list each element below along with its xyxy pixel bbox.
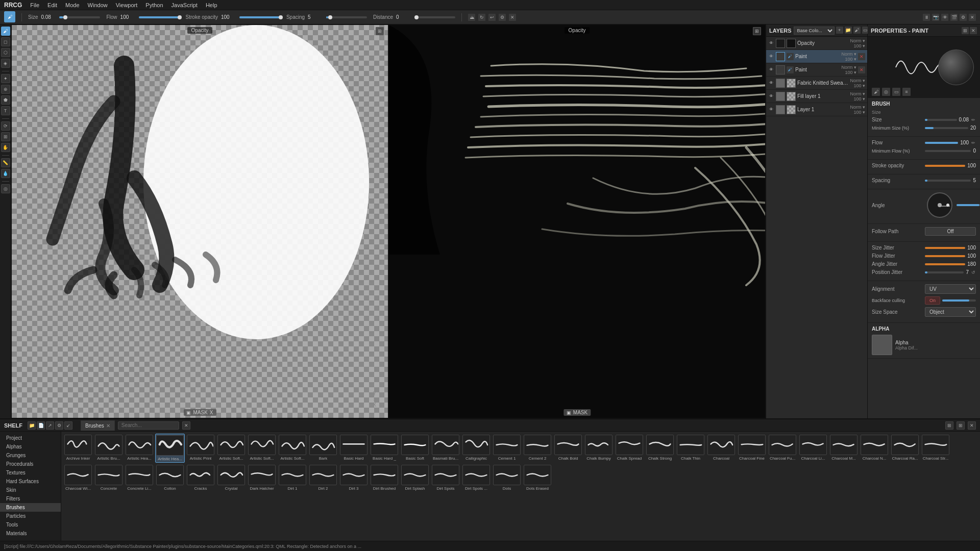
tool-select[interactable]: ◈ xyxy=(1,59,10,68)
layer-fx-paint1[interactable]: 🖌 xyxy=(787,53,794,60)
brush-item-6[interactable]: Artistic Soft... xyxy=(247,434,277,463)
tool-erase[interactable]: ◻ xyxy=(1,37,10,46)
brush-item-32[interactable]: Cotton xyxy=(155,464,185,492)
tool-text[interactable]: T xyxy=(1,106,10,115)
brush-item-24[interactable]: Charcoal Li... xyxy=(798,434,828,463)
prop-close-btn[interactable]: ✕ xyxy=(970,27,977,34)
toolbar-pause-btn[interactable]: ⏸ xyxy=(923,14,930,21)
sidebar-skin[interactable]: Skin xyxy=(0,486,61,494)
shelf-icon-filter[interactable]: ⚙ xyxy=(55,421,63,430)
brush-item-28[interactable]: Charcoal Str... xyxy=(921,434,950,463)
brush-item-3[interactable]: Artistic Hea... xyxy=(155,434,185,463)
layer-1[interactable]: 👁 Layer 1 Norm ▾ 100 ▾ xyxy=(766,103,867,116)
shelf-tab-brushes[interactable]: Brushes ✕ xyxy=(81,420,115,431)
alpha-thumbnail[interactable] xyxy=(872,335,892,355)
menu-javascript[interactable]: JavaScript xyxy=(172,2,198,8)
toolbar-close-btn[interactable]: ✕ xyxy=(969,14,976,21)
brush-item-14[interactable]: Cement 1 xyxy=(492,434,522,463)
brush-item-0[interactable]: Archive Inker xyxy=(63,434,93,463)
prop-backface-slider[interactable] xyxy=(942,299,976,302)
prop-flow-slider[interactable] xyxy=(925,142,958,144)
flow-slider-thumb[interactable] xyxy=(178,15,182,19)
brush-item-42[interactable]: Dirt Spots ... xyxy=(461,464,491,492)
prop-angle-slider[interactable] xyxy=(957,204,980,206)
spacing-slider-thumb[interactable] xyxy=(328,15,332,19)
layer-paint-1[interactable]: 👁 🖌 Paint Norm ▾ 100 ▾ ✕ xyxy=(766,50,867,63)
size-space-dropdown[interactable]: Object World xyxy=(925,307,976,317)
brush-item-13[interactable]: Calligraphic xyxy=(461,434,491,463)
brush-item-36[interactable]: Dirt 1 xyxy=(278,464,307,492)
brush-item-26[interactable]: Charcoal N... xyxy=(860,434,889,463)
shelf-icon-export[interactable]: ↗ xyxy=(46,421,54,430)
spacing-slider[interactable] xyxy=(326,16,367,18)
tool-3d-transform[interactable]: ⟳ xyxy=(1,121,10,131)
prop-tab-2[interactable]: ◎ xyxy=(882,88,890,96)
toolbar-icon-2[interactable]: ↻ xyxy=(478,14,485,21)
distance-slider-thumb[interactable] xyxy=(414,15,419,19)
angle-handle[interactable] xyxy=(946,204,949,207)
brush-item-1[interactable]: Artistic Bru... xyxy=(94,434,124,463)
tool-zoom[interactable]: ⊞ xyxy=(1,132,10,141)
prop-stroke-opacity-slider[interactable] xyxy=(925,165,965,167)
prop-flow-jitter-slider[interactable] xyxy=(925,255,965,257)
brush-item-29[interactable]: Charcoal Wi... xyxy=(63,464,93,492)
sidebar-textures[interactable]: Textures xyxy=(0,468,61,477)
prop-position-jitter-refresh-btn[interactable]: ↺ xyxy=(971,270,976,275)
sidebar-procedurals[interactable]: Procedurals xyxy=(0,460,61,468)
brush-item-2[interactable]: Artistic Hea... xyxy=(125,434,154,463)
layers-folder-btn[interactable]: 📁 xyxy=(845,27,852,34)
prop-size-jitter-slider[interactable] xyxy=(925,247,965,249)
brush-item-12[interactable]: Basmati Bru... xyxy=(431,434,460,463)
stroke-opacity-slider-thumb[interactable] xyxy=(279,15,283,19)
brush-item-23[interactable]: Charcoal Fu... xyxy=(768,434,797,463)
sidebar-alphas[interactable]: Alphas xyxy=(0,442,61,451)
brush-item-9[interactable]: Basic Hard xyxy=(339,434,369,463)
tool-paint[interactable]: 🖌 xyxy=(1,27,10,36)
menu-mode[interactable]: Mode xyxy=(65,2,80,8)
tool-eyedrop[interactable]: 💧 xyxy=(1,169,10,178)
prop-expand-btn[interactable]: ⊞ xyxy=(962,27,969,34)
layer-close-paint1[interactable]: ✕ xyxy=(858,53,865,60)
layer-close-paint2[interactable]: ✕ xyxy=(858,66,865,73)
alignment-dropdown[interactable]: UV World Object xyxy=(925,284,976,294)
prop-size-slider[interactable] xyxy=(925,119,957,121)
follow-path-value[interactable]: Off xyxy=(925,227,976,236)
shelf-icon-file[interactable]: 📄 xyxy=(37,421,45,430)
prop-minflow-slider[interactable] xyxy=(925,150,971,152)
brush-item-43[interactable]: Dots xyxy=(492,464,522,492)
toolbar-cam-btn[interactable]: 📷 xyxy=(932,14,939,21)
viewport-left[interactable]: Opacity ⊞ ▣ MASK X Y↕X → xyxy=(11,24,388,418)
brush-item-20[interactable]: Chalk Thin xyxy=(676,434,705,463)
brush-item-11[interactable]: Basic Soft xyxy=(400,434,430,463)
layers-add-btn[interactable]: + xyxy=(836,27,843,34)
menu-window[interactable]: Window xyxy=(88,2,108,8)
brush-item-30[interactable]: Concrete xyxy=(94,464,124,492)
layer-opacity[interactable]: 👁 Opacity Norm ▾ 100 ▾ xyxy=(766,37,867,50)
tool-hand[interactable]: ✋ xyxy=(1,143,10,152)
brush-item-41[interactable]: Dirt Spots xyxy=(431,464,460,492)
shelf-grid-btn[interactable]: ⊞ xyxy=(945,421,953,430)
brush-item-35[interactable]: Dark Hatcher xyxy=(247,464,277,492)
prop-minsize-slider[interactable] xyxy=(925,127,968,129)
shelf-icon-import[interactable]: ↙ xyxy=(64,421,72,430)
shelf-clear-search-btn[interactable]: ✕ xyxy=(182,421,190,430)
brush-item-15[interactable]: Cement 2 xyxy=(523,434,552,463)
brush-item-16[interactable]: Chalk Bold xyxy=(553,434,583,463)
shelf-close-btn[interactable]: ✕ xyxy=(968,421,976,430)
sidebar-hard-surfaces[interactable]: Hard Surfaces xyxy=(0,477,61,486)
brush-item-7[interactable]: Artistic Soft... xyxy=(278,434,307,463)
flow-slider[interactable] xyxy=(139,16,180,18)
distance-slider[interactable] xyxy=(414,16,455,18)
prop-angle-jitter-slider[interactable] xyxy=(925,263,965,265)
toolbar-icon-5[interactable]: ✕ xyxy=(509,14,516,21)
brush-item-31[interactable]: Concrete Li... xyxy=(125,464,154,492)
shelf-tab-brushes-close[interactable]: ✕ xyxy=(106,423,110,429)
brush-item-21[interactable]: Charcoal xyxy=(706,434,736,463)
brush-item-40[interactable]: Dirt Splash xyxy=(400,464,430,492)
shelf-search-input[interactable] xyxy=(118,421,179,430)
layer-vis-layer1[interactable]: 👁 xyxy=(768,107,774,113)
toolbar-settings-btn[interactable]: ⚙ xyxy=(960,14,967,21)
brush-item-8[interactable]: Bark xyxy=(308,434,338,463)
shelf-maximize-btn[interactable]: ⊞ xyxy=(957,421,965,430)
menu-viewport[interactable]: Viewport xyxy=(116,2,138,8)
